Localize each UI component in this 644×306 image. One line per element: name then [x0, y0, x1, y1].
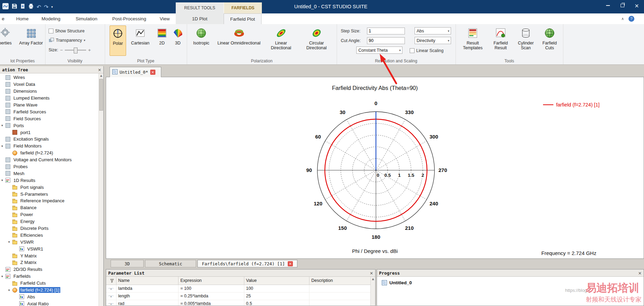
- tree-item[interactable]: Farfield Cuts: [0, 280, 99, 287]
- 3d-button[interactable]: 3D: [170, 26, 185, 56]
- app-icon[interactable]: [2, 3, 9, 11]
- close-icon[interactable]: ×: [637, 269, 643, 277]
- tree-item[interactable]: Reference Impedance: [0, 197, 99, 204]
- linear-scaling-checkbox[interactable]: [410, 48, 415, 53]
- tab-1d-plot[interactable]: 1D Plot: [176, 13, 224, 24]
- scrollbar-thumb[interactable]: [99, 79, 103, 111]
- redo-icon[interactable]: ↷: [44, 4, 48, 10]
- collapse-ribbon-icon[interactable]: ∧: [619, 13, 626, 24]
- tab-farfield-plot[interactable]: Farfield Plot: [224, 13, 262, 24]
- close-icon[interactable]: ×: [97, 66, 102, 73]
- tree-item[interactable]: farfield (f=2.724): [0, 150, 99, 156]
- tab-3d-view[interactable]: 3D: [111, 260, 144, 267]
- tree-item[interactable]: Probes: [0, 163, 99, 170]
- farfield-cuts-button[interactable]: Farfield Cuts: [538, 26, 562, 56]
- transparency-button[interactable]: Transparency ▾: [49, 37, 85, 44]
- expander-icon[interactable]: ▾: [1, 178, 6, 182]
- tree-item[interactable]: ▾1D Results: [0, 177, 99, 184]
- save-icon[interactable]: [12, 3, 17, 10]
- expander-icon[interactable]: ▾: [8, 288, 12, 292]
- column-header-name[interactable]: Name: [116, 277, 179, 285]
- farfield-result-button[interactable]: Farfield Result: [487, 26, 514, 56]
- step-size-input[interactable]: [367, 28, 405, 34]
- tab-farfields-view[interactable]: Farfields\farfield (f=2.724) [1] ×: [197, 260, 297, 267]
- tree-item[interactable]: Discrete Ports: [0, 225, 99, 232]
- table-row[interactable]: lambda= 100100: [106, 285, 371, 293]
- close-tab-icon[interactable]: ×: [150, 70, 155, 75]
- tree-item[interactable]: Axial Ratio: [0, 300, 99, 306]
- tree-item[interactable]: Abs: [0, 294, 99, 300]
- cartesian-button[interactable]: Cartesian: [127, 26, 153, 56]
- component-combo[interactable]: Abs ▾: [415, 27, 451, 34]
- show-structure-checkbox[interactable]: [49, 29, 53, 33]
- tree-item[interactable]: Voxel Data: [0, 81, 99, 88]
- tree-item[interactable]: Farfield Sources: [0, 108, 99, 115]
- tree-item[interactable]: ▾VSWR: [0, 238, 99, 245]
- tree-item[interactable]: Excitation Signals: [0, 136, 99, 143]
- tree-item[interactable]: ▾Ports: [0, 122, 99, 129]
- tree-item[interactable]: Voltage and Current Monitors: [0, 156, 99, 163]
- expander-icon[interactable]: ▾: [8, 240, 12, 244]
- scroll-up-icon[interactable]: ▲: [371, 277, 375, 281]
- tree-item[interactable]: S-Parameters: [0, 191, 99, 197]
- properties-button[interactable]: perties: [0, 26, 17, 56]
- tree-item[interactable]: Balance: [0, 204, 99, 211]
- tree-item[interactable]: Dimensions: [0, 88, 99, 95]
- tree-item[interactable]: Wires: [0, 74, 99, 81]
- linear-omnidirectional-button[interactable]: Linear Omnidirectional: [214, 26, 264, 56]
- tree-item[interactable]: Mesh: [0, 170, 99, 177]
- polar-button[interactable]: Polar: [110, 26, 126, 56]
- tree-item[interactable]: 2D/3D Results: [0, 266, 99, 273]
- parameter-list-scrollbar[interactable]: ▲: [370, 277, 375, 306]
- tab-file-partial[interactable]: e: [0, 13, 6, 24]
- table-row[interactable]: rad= 0.005*lambda0.5: [106, 300, 371, 306]
- circular-directional-button[interactable]: Circular Directional: [298, 26, 335, 56]
- import-icon[interactable]: [20, 3, 25, 10]
- tree-item[interactable]: VSWR1: [0, 245, 99, 252]
- restore-button[interactable]: [615, 0, 630, 11]
- 2d-button[interactable]: 2D: [154, 26, 170, 56]
- filter-column-header[interactable]: [106, 277, 116, 285]
- tree-item[interactable]: Power: [0, 211, 99, 218]
- contextual-tab-result-tools[interactable]: RESULT TOOLS: [176, 2, 224, 13]
- tree-item[interactable]: Energy: [0, 218, 99, 225]
- close-tab-icon[interactable]: ×: [288, 261, 293, 266]
- close-icon[interactable]: ×: [369, 269, 374, 277]
- tree-item[interactable]: Port signals: [0, 184, 99, 191]
- help-icon[interactable]: ?: [628, 16, 634, 22]
- quantity-combo[interactable]: Directivity ▾: [415, 37, 451, 44]
- tree-item[interactable]: port1: [0, 129, 99, 136]
- column-header-value[interactable]: Value: [244, 277, 310, 285]
- tab-schematic-view[interactable]: Schematic: [145, 260, 196, 267]
- tree-item[interactable]: ▾Farfields: [0, 273, 99, 280]
- qat-menu-caret-icon[interactable]: ▾: [51, 5, 53, 9]
- tree-item[interactable]: Field Sources: [0, 115, 99, 122]
- tree-item[interactable]: Efficiencies: [0, 232, 99, 238]
- linear-directional-button[interactable]: Linear Directional: [265, 26, 297, 56]
- cylinder-scan-button[interactable]: Cylinder Scan: [515, 26, 536, 56]
- expander-icon[interactable]: ▾: [1, 275, 6, 278]
- cut-plane-combo[interactable]: Constant Theta ▾: [356, 47, 402, 54]
- tree-scrollbar[interactable]: ▲: [99, 73, 103, 306]
- print-icon[interactable]: [28, 3, 34, 10]
- undo-icon[interactable]: ↶: [37, 4, 41, 10]
- tree-item[interactable]: ▾Field Monitors: [0, 143, 99, 150]
- column-header-description[interactable]: Description: [309, 277, 371, 285]
- tab-modeling[interactable]: Modeling: [34, 13, 68, 24]
- tree-item[interactable]: Plane Wave: [0, 102, 99, 109]
- result-templates-button[interactable]: Result Templates: [460, 26, 486, 56]
- tab-simulation[interactable]: Simulation: [70, 13, 103, 24]
- isotropic-button[interactable]: Isotropic: [190, 26, 213, 56]
- tree-item[interactable]: Z Matrix: [0, 259, 99, 266]
- slider-handle[interactable]: [74, 48, 78, 53]
- tree-item[interactable]: Y Matrix: [0, 252, 99, 259]
- table-row[interactable]: length= 0.25*lambda25: [106, 293, 371, 300]
- array-factor-button[interactable]: Array Factor: [19, 26, 43, 56]
- scroll-up-icon[interactable]: ▲: [99, 73, 103, 78]
- size-slider[interactable]: [65, 50, 86, 51]
- document-tab-untitled[interactable]: Untitled_0* ×: [110, 67, 161, 77]
- close-window-button[interactable]: ×: [630, 0, 644, 11]
- tab-view[interactable]: View: [155, 13, 174, 24]
- tab-home[interactable]: Home: [12, 13, 32, 24]
- expander-icon[interactable]: ▾: [1, 144, 6, 148]
